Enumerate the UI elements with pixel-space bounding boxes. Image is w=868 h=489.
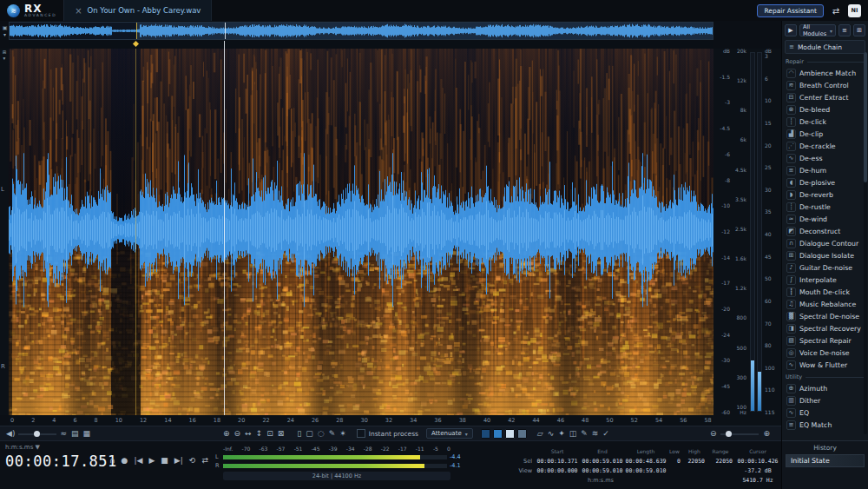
module-item[interactable]: ≌ EQ Match bbox=[785, 419, 865, 431]
record-button[interactable]: ● bbox=[122, 457, 128, 465]
zoom-selection-icon[interactable]: ⊠ bbox=[277, 430, 286, 438]
sel-range-value[interactable]: 22050 bbox=[707, 458, 734, 465]
module-item[interactable]: ♫ Music Rebalance bbox=[785, 298, 865, 310]
overview-display-toggle-icon[interactable]: ▣ bbox=[3, 24, 8, 30]
module-item[interactable]: ∿ EQ bbox=[785, 406, 865, 419]
process-mode-dropdown[interactable]: Attenuate ▾ bbox=[426, 428, 473, 439]
overview-options-icon[interactable]: ▾ bbox=[3, 31, 6, 37]
module-item[interactable]: ▥ Dither bbox=[785, 394, 865, 406]
overview-waveform[interactable] bbox=[9, 22, 713, 40]
module-item[interactable]: ┇ Mouth De-click bbox=[785, 286, 865, 298]
module-item[interactable]: ◠ Ambience Match bbox=[785, 67, 865, 79]
instant-process-toggle[interactable]: Instant process bbox=[357, 429, 418, 438]
zoom-fit-icon[interactable]: ⊡ bbox=[266, 430, 274, 438]
lasso-selection-icon[interactable]: ◌ bbox=[317, 430, 326, 438]
amplitude-ruler[interactable]: dB-1.5-3-4.5-6-8-10-12-14-17-20-24-30-45… bbox=[715, 49, 730, 415]
zoom-vertical-icon[interactable]: ↕ bbox=[255, 430, 264, 438]
module-item[interactable]: ◩ Deconstruct bbox=[785, 225, 865, 237]
overview-waveform-canvas[interactable] bbox=[10, 23, 713, 39]
module-item[interactable]: ◖ De-plosive bbox=[785, 176, 865, 188]
selection-start-line[interactable] bbox=[135, 49, 136, 415]
instant-process-checkbox[interactable] bbox=[357, 429, 365, 438]
history-item[interactable]: Initial State bbox=[786, 454, 865, 467]
panel-scrollbar[interactable] bbox=[864, 52, 867, 434]
module-item[interactable]: ≋ Breath Control bbox=[785, 79, 865, 91]
marquee-tool-icon[interactable]: ▱ bbox=[536, 430, 544, 438]
module-item[interactable]: ⊗ De-bleed bbox=[785, 103, 865, 116]
module-item[interactable]: ┊ De-rustle bbox=[785, 201, 865, 213]
channel-label-left[interactable]: L bbox=[1, 186, 4, 193]
module-item[interactable]: ♪ Guitar De-noise bbox=[785, 261, 865, 274]
view-start-value[interactable]: 00:00:00.000 bbox=[535, 467, 580, 474]
module-item[interactable]: ┆ De-click bbox=[785, 116, 865, 128]
brush-selection-icon[interactable]: ✎ bbox=[328, 430, 337, 438]
playhead-line[interactable] bbox=[224, 49, 225, 415]
monitor-headphones-button[interactable]: ∩ bbox=[109, 457, 115, 465]
list-view-icon[interactable]: ≡ bbox=[838, 24, 851, 36]
overview-playhead[interactable] bbox=[225, 23, 226, 39]
sel-end-value[interactable]: 00:00:59.010 bbox=[580, 458, 625, 465]
zoom-horizontal-icon[interactable]: ↔ bbox=[244, 430, 253, 438]
module-item[interactable]: ≈ De-wind bbox=[785, 213, 865, 225]
scrollbar-thumb[interactable] bbox=[864, 52, 867, 182]
zoom-out-icon[interactable]: ⊖ bbox=[233, 430, 242, 438]
sel-start-value[interactable]: 00:00:10.371 bbox=[535, 458, 580, 465]
smooth-tool-icon[interactable]: ≋ bbox=[591, 430, 600, 438]
zoom-in-icon[interactable]: ⊕ bbox=[222, 430, 231, 438]
select-all-channels-icon[interactable]: ⊞ bbox=[3, 50, 7, 55]
play-button[interactable]: ▶ bbox=[148, 457, 155, 465]
pencil-tool-icon[interactable]: ✎ bbox=[580, 430, 589, 438]
zoom-in-slider-icon[interactable]: ⊕ bbox=[762, 430, 771, 438]
close-tab-icon[interactable]: × bbox=[75, 6, 82, 16]
split-view[interactable] bbox=[517, 429, 527, 439]
time-format-dropdown[interactable]: h:m:s.ms ▼ bbox=[5, 444, 117, 451]
file-tab[interactable]: × On Your Own - Abby Carey.wav bbox=[63, 0, 212, 21]
loop-selection-button[interactable]: ⇄ bbox=[201, 457, 208, 465]
combined-view[interactable] bbox=[493, 429, 503, 439]
waveform-display-icon[interactable]: ▤ bbox=[70, 430, 80, 438]
module-filter-dropdown[interactable]: All Modules ▾ bbox=[799, 24, 836, 36]
volume-slider[interactable] bbox=[18, 430, 56, 438]
time-ruler[interactable]: 0246810121416182022242628303234363840424… bbox=[9, 415, 713, 426]
grid-view-icon[interactable]: ⊞ bbox=[853, 24, 865, 36]
run-module-button[interactable]: ▶ bbox=[785, 24, 797, 36]
sel-low-value[interactable]: 0 bbox=[667, 458, 682, 465]
module-item[interactable]: ∩ Dialogue Contour bbox=[785, 237, 865, 249]
channel-menu-icon[interactable]: ▾ bbox=[3, 56, 6, 61]
module-item[interactable]: ▓ Spectral De-noise bbox=[785, 310, 865, 322]
magic-wand-icon[interactable]: ✶ bbox=[339, 430, 347, 438]
wand-tool-icon[interactable]: ✦ bbox=[557, 430, 566, 438]
lasso-tool-icon[interactable]: ∿ bbox=[547, 430, 556, 438]
stop-button[interactable]: ■ bbox=[161, 457, 168, 465]
zoom-out-slider-icon[interactable]: ⊖ bbox=[709, 430, 718, 438]
playhead-marker[interactable] bbox=[224, 41, 225, 49]
module-item[interactable]: ⊞ Dialogue Isolate bbox=[785, 249, 865, 261]
waveform-only-view[interactable] bbox=[481, 429, 490, 439]
compare-icon[interactable]: ⇄ bbox=[829, 3, 843, 17]
frequency-ruler[interactable]: 20k12k8k6k4.5k3.5k2.5k1.6k1.2k8005003001… bbox=[733, 49, 746, 415]
sel-high-value[interactable]: 22050 bbox=[682, 458, 707, 465]
skip-to-start-button[interactable]: |◀ bbox=[134, 457, 142, 465]
table-time-format-dropdown[interactable]: h:m:s.ms bbox=[535, 477, 667, 484]
module-item[interactable]: ⊕ Azimuth bbox=[785, 382, 865, 394]
module-item[interactable]: ◨ Spectral Recovery bbox=[785, 322, 865, 334]
time-frequency-selection-icon[interactable]: ▢ bbox=[305, 430, 314, 438]
eraser-tool-icon[interactable]: ◫ bbox=[569, 430, 578, 438]
spectrogram-canvas[interactable] bbox=[9, 49, 713, 415]
time-selection-icon[interactable]: ▯ bbox=[296, 430, 302, 438]
module-chain-item[interactable]: ≡ Module Chain bbox=[785, 40, 865, 54]
spectrogram-only-view[interactable] bbox=[505, 429, 515, 439]
yellow-marker-icon[interactable] bbox=[133, 41, 139, 47]
module-item[interactable]: ▨ Spectral Repair bbox=[785, 334, 865, 347]
module-item[interactable]: ◎ Voice De-noise bbox=[785, 347, 865, 359]
module-item[interactable]: ◗ De-reverb bbox=[785, 188, 865, 201]
zoom-slider[interactable] bbox=[720, 430, 759, 438]
loop-playback-button[interactable]: ⟲ bbox=[189, 457, 196, 465]
channel-label-right[interactable]: R bbox=[1, 363, 5, 370]
repair-assistant-button[interactable]: Repair Assistant bbox=[757, 4, 824, 17]
sel-length-value[interactable]: 00:00:48.639 bbox=[625, 458, 667, 465]
overview-selection-start-marker[interactable] bbox=[136, 23, 137, 39]
module-item[interactable]: ▟ De-clip bbox=[785, 128, 865, 140]
spectrogram-display-icon[interactable]: ▦ bbox=[82, 430, 92, 438]
spectrogram-view[interactable] bbox=[9, 49, 713, 415]
